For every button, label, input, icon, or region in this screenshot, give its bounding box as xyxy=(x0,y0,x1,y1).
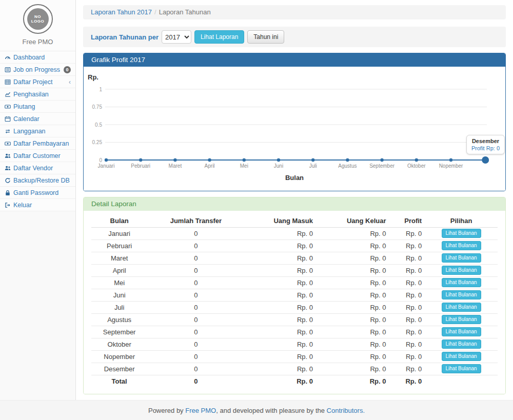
line-chart-icon xyxy=(5,91,13,97)
column-header-uang-keluar: Uang Keluar xyxy=(316,215,389,227)
cell-uang_masuk: Rp. 0 xyxy=(245,350,316,363)
cell-uang_keluar: Rp. 0 xyxy=(316,313,389,326)
detail-report-panel-title: Detail Laporan xyxy=(84,197,505,211)
cell-uang_keluar: Rp. 0 xyxy=(316,227,389,239)
cell-uang_masuk: Rp. 0 xyxy=(245,313,316,326)
view-monthly-button[interactable]: Lihat Bulanan xyxy=(442,339,481,349)
cell-uang_keluar: Rp. 0 xyxy=(316,276,389,289)
main-content: Laporan Tahun 2017/Laporan Tahunan Lapor… xyxy=(76,0,513,400)
view-monthly-button[interactable]: Lihat Bulanan xyxy=(442,303,481,312)
year-select[interactable]: 2017 xyxy=(162,30,191,44)
cell-pilihan: Lihat Bulanan xyxy=(425,350,498,363)
cell-profit: Rp. 0 xyxy=(389,264,425,276)
sidebar-item-penghasilan[interactable]: Penghasilan xyxy=(0,88,75,101)
view-monthly-button[interactable]: Lihat Bulanan xyxy=(442,315,481,324)
money-icon xyxy=(5,141,13,147)
sidebar-item-piutang[interactable]: Piutang xyxy=(0,101,75,113)
cell-profit: Rp. 0 xyxy=(389,289,425,301)
footer-link-contributors[interactable]: Contributors. xyxy=(327,407,365,414)
view-monthly-button[interactable]: Lihat Bulanan xyxy=(442,241,481,250)
cell-uang_masuk: Rp. 0 xyxy=(245,227,316,239)
column-header-bulan: Bulan xyxy=(91,215,147,227)
sidebar-item-daftar-vendor[interactable]: Daftar Vendor xyxy=(0,162,75,174)
chevron-left-icon: ‹ xyxy=(69,79,71,85)
cell-uang_masuk: Rp. 0 xyxy=(245,239,316,252)
sidebar-item-dashboard[interactable]: Dashboard xyxy=(0,51,75,64)
view-monthly-button[interactable]: Lihat Bulanan xyxy=(442,278,481,287)
cell-pilihan: Lihat Bulanan xyxy=(425,239,498,252)
sidebar-item-job-on-progress[interactable]: Job on Progress0 xyxy=(0,64,75,76)
view-monthly-button[interactable]: Lihat Bulanan xyxy=(442,266,481,275)
svg-text:Pebruari: Pebruari xyxy=(131,163,150,169)
svg-text:Juli: Juli xyxy=(309,163,317,169)
sidebar-item-label: Job on Progress xyxy=(13,66,60,73)
view-report-button[interactable]: Lihat Laporan xyxy=(194,30,244,44)
cell-profit: Rp. 0 xyxy=(389,363,425,375)
view-monthly-button[interactable]: Lihat Bulanan xyxy=(442,229,481,238)
cell-jumlah_transfer: 0 xyxy=(147,326,244,338)
total-cell-jumlah_transfer: 0 xyxy=(147,375,244,388)
sidebar-item-calendar[interactable]: Calendar xyxy=(0,113,75,125)
lock-icon xyxy=(5,190,13,196)
svg-text:0: 0 xyxy=(99,157,102,163)
no-logo-seal: NO LOGO xyxy=(27,8,49,30)
sidebar-item-langganan[interactable]: Langganan xyxy=(0,125,75,137)
brand-area[interactable]: NO LOGO Free PMO xyxy=(0,0,75,51)
view-monthly-button[interactable]: Lihat Bulanan xyxy=(442,327,481,336)
table-row: Desember0Rp. 0Rp. 0Rp. 0Lihat Bulanan xyxy=(91,363,498,375)
cell-pilihan: Lihat Bulanan xyxy=(425,338,498,350)
sidebar: NO LOGO Free PMO DashboardJob on Progres… xyxy=(0,0,76,400)
cell-uang_keluar: Rp. 0 xyxy=(316,338,389,350)
sidebar-item-daftar-customer[interactable]: Daftar Customer xyxy=(0,150,75,162)
profit-line-chart[interactable]: Rp.10.750.50.250JanuariPebruariMaretApri… xyxy=(84,67,505,184)
cell-jumlah_transfer: 0 xyxy=(147,350,244,363)
breadcrumb-link-laporan-tahun[interactable]: Laporan Tahun 2017 xyxy=(91,8,152,16)
svg-text:1: 1 xyxy=(99,87,102,92)
sidebar-item-daftar-pembayaran[interactable]: Daftar Pembayaran xyxy=(0,137,75,150)
table-row: Juni0Rp. 0Rp. 0Rp. 0Lihat Bulanan xyxy=(91,289,498,301)
sidebar-item-backup-restore-db[interactable]: Backup/Restore DB xyxy=(0,174,75,187)
detail-report-body: BulanJumlah TransferUang MasukUang Kelua… xyxy=(84,211,505,394)
cell-bulan: Juli xyxy=(91,301,147,313)
column-header-uang-masuk: Uang Masuk xyxy=(245,215,316,227)
cell-bulan: Oktober xyxy=(91,338,147,350)
table-row: Oktober0Rp. 0Rp. 0Rp. 0Lihat Bulanan xyxy=(91,338,498,350)
column-header-profit: Profit xyxy=(389,215,425,227)
svg-text:Nopember: Nopember xyxy=(439,163,463,169)
y-axis-unit: Rp. xyxy=(88,73,98,81)
sidebar-item-daftar-project[interactable]: Daftar Project‹ xyxy=(0,76,75,88)
cell-bulan: Maret xyxy=(91,252,147,264)
cell-jumlah_transfer: 0 xyxy=(147,301,244,313)
total-cell-pilihan xyxy=(425,375,498,388)
table-row: April0Rp. 0Rp. 0Rp. 0Lihat Bulanan xyxy=(91,264,498,276)
footer-text-middle: , and developed with pleasure by the xyxy=(216,407,325,414)
profit-chart-panel-title: Grafik Profit 2017 xyxy=(84,53,505,67)
view-monthly-button[interactable]: Lihat Bulanan xyxy=(442,352,481,361)
detail-report-panel: Detail Laporan BulanJumlah TransferUang … xyxy=(83,197,506,394)
app-logo: NO LOGO xyxy=(23,4,53,34)
monthly-report-table: BulanJumlah TransferUang MasukUang Kelua… xyxy=(91,215,498,388)
footer-link-free-pmo[interactable]: Free PMO xyxy=(185,407,216,414)
view-monthly-button[interactable]: Lihat Bulanan xyxy=(442,290,481,299)
cell-uang_masuk: Rp. 0 xyxy=(245,338,316,350)
report-toolbar: Laporan Tahunan per 2017 Lihat Laporan T… xyxy=(83,27,506,47)
view-monthly-button[interactable]: Lihat Bulanan xyxy=(442,364,481,373)
cell-pilihan: Lihat Bulanan xyxy=(425,301,498,313)
table-row: Nopember0Rp. 0Rp. 0Rp. 0Lihat Bulanan xyxy=(91,350,498,363)
sidebar-item-label: Dashboard xyxy=(13,54,45,61)
brand-name: Free PMO xyxy=(0,38,75,46)
exchange-icon xyxy=(5,128,13,134)
cell-uang_keluar: Rp. 0 xyxy=(316,301,389,313)
svg-text:0.25: 0.25 xyxy=(92,139,103,145)
sidebar-item-ganti-password[interactable]: Ganti Password xyxy=(0,187,75,199)
column-header-jumlah-transfer: Jumlah Transfer xyxy=(147,215,244,227)
cell-bulan: Nopember xyxy=(91,350,147,363)
users-icon xyxy=(5,153,13,159)
chart-tooltip: Desember Profit Rp: 0 xyxy=(466,135,505,154)
cell-bulan: April xyxy=(91,264,147,276)
sidebar-item-keluar[interactable]: Keluar xyxy=(0,199,75,211)
refresh-icon xyxy=(5,177,13,184)
view-monthly-button[interactable]: Lihat Bulanan xyxy=(442,253,481,263)
this-year-button[interactable]: Tahun ini xyxy=(247,30,284,44)
table-row: September0Rp. 0Rp. 0Rp. 0Lihat Bulanan xyxy=(91,326,498,338)
